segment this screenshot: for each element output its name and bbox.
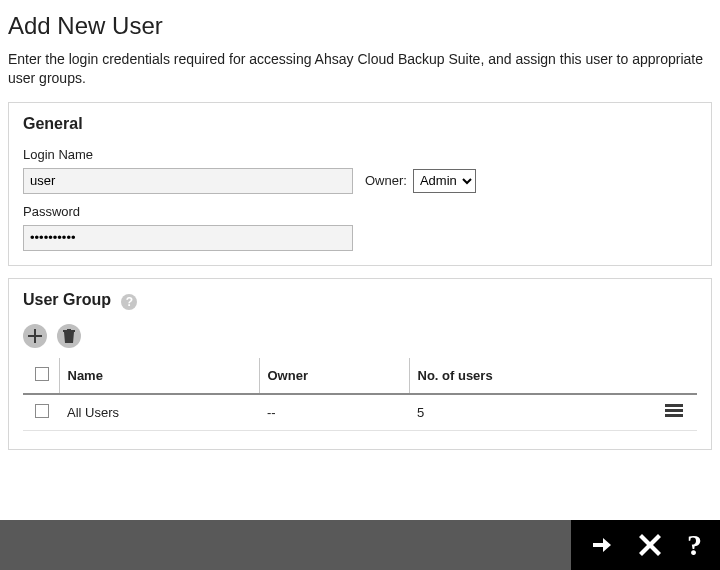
svg-rect-2 (665, 414, 683, 417)
login-name-input[interactable] (23, 168, 353, 194)
bottom-bar: ? (0, 520, 720, 570)
arrow-right-icon (589, 533, 613, 557)
add-button[interactable] (23, 324, 47, 348)
row-menu-button[interactable] (665, 406, 683, 421)
general-heading: General (23, 115, 697, 133)
table-header-row: Name Owner No. of users (23, 358, 697, 394)
column-owner: Owner (259, 358, 409, 394)
table-row: All Users -- 5 (23, 394, 697, 431)
column-num-users: No. of users (409, 358, 697, 394)
delete-button[interactable] (57, 324, 81, 348)
svg-rect-1 (665, 409, 683, 412)
user-group-table: Name Owner No. of users All Users -- 5 (23, 358, 697, 431)
owner-select[interactable]: Admin (413, 169, 476, 193)
next-button[interactable] (589, 533, 613, 557)
row-checkbox[interactable] (35, 404, 49, 418)
owner-label: Owner: (365, 173, 407, 188)
login-name-label: Login Name (23, 147, 697, 162)
general-panel: General Login Name Owner: Admin Password (8, 102, 712, 266)
password-label: Password (23, 204, 697, 219)
cell-num-users: 5 (409, 394, 657, 431)
svg-rect-0 (665, 404, 683, 407)
cell-owner: -- (259, 394, 409, 431)
user-group-heading: User Group (23, 291, 111, 308)
menu-icon (665, 404, 683, 418)
user-group-panel: User Group ? (8, 278, 712, 450)
cell-name: All Users (59, 394, 259, 431)
help-icon[interactable]: ? (121, 292, 137, 310)
column-name: Name (59, 358, 259, 394)
close-icon (639, 534, 661, 556)
cancel-button[interactable] (639, 534, 661, 556)
trash-icon (63, 329, 75, 343)
help-button[interactable]: ? (687, 528, 702, 562)
select-all-checkbox[interactable] (35, 367, 49, 381)
plus-icon (28, 329, 42, 343)
page-title: Add New User (8, 12, 712, 40)
password-input[interactable] (23, 225, 353, 251)
page-description: Enter the login credentials required for… (8, 50, 712, 88)
